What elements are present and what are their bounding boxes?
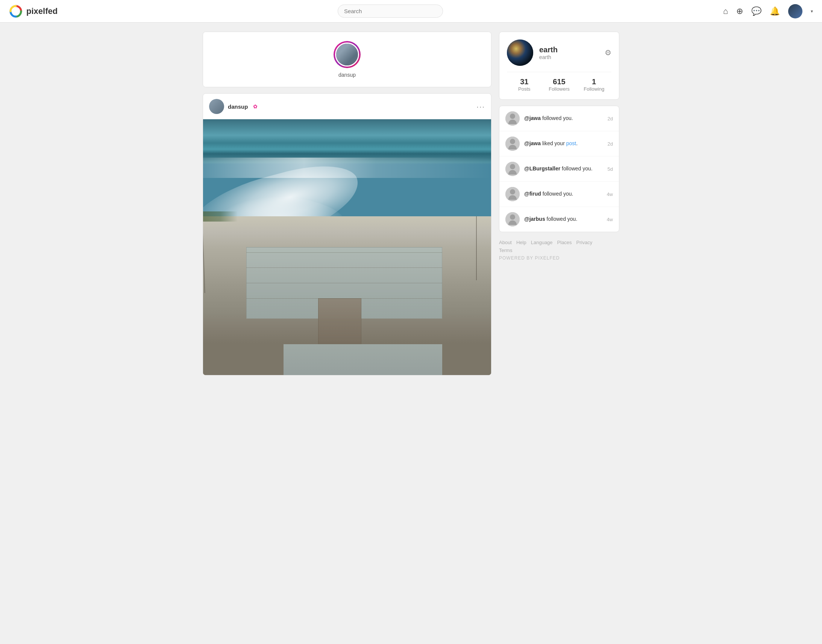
- notif-text-4: @jarbus followed you.: [524, 216, 602, 223]
- pool-line-2: [246, 267, 442, 268]
- post-menu-icon[interactable]: ···: [476, 102, 485, 111]
- create-icon[interactable]: ⊕: [736, 6, 743, 16]
- notif-suffix-1: .: [576, 140, 577, 146]
- right-column: earth earth ⚙ 31 Posts 615 Followers 1 F…: [499, 32, 619, 376]
- footer-link-language[interactable]: Language: [531, 240, 553, 245]
- post-username: dansup: [228, 103, 248, 110]
- posts-count: 31: [507, 78, 542, 86]
- notif-text-1: @jawa liked your post.: [524, 140, 603, 147]
- footer-link-help[interactable]: Help: [516, 240, 527, 245]
- notif-item-0: @jawa followed you. 2d: [499, 106, 619, 131]
- notif-text-3: @firud followed you.: [524, 190, 602, 198]
- avatar-head-3: [510, 189, 515, 195]
- notif-avatar-img-1: [505, 136, 520, 151]
- notif-avatar-2[interactable]: [505, 162, 520, 176]
- footer-powered: POWERED BY PIXELFED: [499, 255, 619, 261]
- story-card: dansup: [203, 32, 491, 87]
- profile-card: earth earth ⚙ 31 Posts 615 Followers 1 F…: [499, 32, 619, 100]
- pixelfed-logo-icon: [9, 5, 23, 18]
- notif-time-1: 2d: [608, 141, 613, 147]
- notif-item-1: @jawa liked your post. 2d: [499, 131, 619, 156]
- main-layout: dansup dansup ✿ ···: [197, 32, 625, 376]
- avatar-head-0: [510, 113, 515, 119]
- story-avatar-wrap[interactable]: [334, 41, 361, 68]
- footer-link-about[interactable]: About: [499, 240, 512, 245]
- app-name: pixelfed: [26, 6, 58, 16]
- notif-text-0: @jawa followed you.: [524, 115, 603, 122]
- ocean-scene: [203, 119, 491, 375]
- avatar-head-2: [510, 164, 515, 169]
- post-image: [203, 119, 491, 375]
- settings-icon[interactable]: ⚙: [605, 48, 611, 57]
- notif-user-4: @jarbus: [524, 216, 545, 222]
- notif-avatar-img-3: [505, 187, 520, 201]
- profile-avatar[interactable]: [507, 40, 533, 66]
- notif-user-2: @LBurgstaller: [524, 166, 560, 172]
- search-input[interactable]: [338, 5, 443, 18]
- footer-links: About Help Language Places Privacy Terms…: [499, 238, 619, 262]
- notif-user-3: @firud: [524, 191, 541, 197]
- profile-top: earth earth ⚙: [507, 40, 611, 66]
- story-username: dansup: [338, 72, 356, 78]
- notif-action-0: followed you.: [541, 115, 573, 121]
- notif-time-4: 4w: [606, 217, 613, 222]
- followers-count: 615: [542, 78, 577, 86]
- notif-action-1: liked your: [541, 140, 566, 146]
- left-column: dansup dansup ✿ ···: [203, 32, 491, 376]
- profile-name: earth: [539, 46, 599, 54]
- notif-avatar-4[interactable]: [505, 212, 520, 227]
- user-avatar-nav[interactable]: [788, 4, 802, 18]
- notif-avatar-img-2: [505, 162, 520, 176]
- notifications-card: @jawa followed you. 2d @jawa liked your …: [499, 106, 619, 232]
- post-avatar[interactable]: [209, 99, 224, 114]
- profile-avatar-img: [507, 40, 533, 66]
- notif-item-2: @LBurgstaller followed you. 5d: [499, 156, 619, 182]
- notif-link-1[interactable]: post: [566, 140, 576, 146]
- footer-link-places[interactable]: Places: [557, 240, 572, 245]
- avatar-body-4: [508, 221, 517, 225]
- pool-line-3: [246, 283, 442, 283]
- notif-avatar-1[interactable]: [505, 136, 520, 151]
- post-header-left: dansup ✿: [209, 99, 257, 114]
- notif-avatar-0[interactable]: [505, 111, 520, 126]
- notif-avatar-img-4: [505, 212, 520, 227]
- notif-time-2: 5d: [608, 166, 613, 172]
- messages-icon[interactable]: 💬: [751, 6, 761, 16]
- profile-handle: earth: [539, 54, 599, 60]
- footer-link-terms[interactable]: Terms: [499, 247, 512, 253]
- notif-avatar-img-0: [505, 111, 520, 126]
- notif-user-1: @jawa: [524, 140, 541, 146]
- notif-action-4: followed you.: [545, 216, 577, 222]
- followers-label: Followers: [542, 86, 577, 92]
- avatar-body-2: [508, 170, 517, 175]
- notif-item-3: @firud followed you. 4w: [499, 182, 619, 207]
- steps: [318, 298, 361, 344]
- footer-link-row: About Help Language Places Privacy: [499, 240, 619, 245]
- following-label: Following: [576, 86, 611, 92]
- notifications-icon[interactable]: 🔔: [770, 6, 780, 16]
- notif-time-3: 4w: [606, 192, 613, 197]
- footer-link-privacy[interactable]: Privacy: [576, 240, 592, 245]
- railing-right: [476, 216, 477, 280]
- moss-strip: [203, 212, 238, 222]
- navbar-right: ⌂ ⊕ 💬 🔔 ▾: [723, 4, 813, 18]
- home-icon[interactable]: ⌂: [723, 6, 728, 16]
- avatar-body-0: [508, 120, 517, 124]
- dropdown-arrow-icon[interactable]: ▾: [811, 9, 813, 14]
- following-count: 1: [576, 78, 611, 86]
- verified-badge-icon: ✿: [253, 103, 257, 109]
- avatar-body-1: [508, 145, 517, 149]
- user-avatar-img: [788, 4, 802, 18]
- notif-avatar-3[interactable]: [505, 187, 520, 201]
- wave-foam: [203, 158, 491, 178]
- notif-text-2: @LBurgstaller followed you.: [524, 165, 603, 173]
- navbar-left: pixelfed: [9, 5, 58, 18]
- notif-item-4: @jarbus followed you. 4w: [499, 207, 619, 232]
- notif-user-0: @jawa: [524, 115, 541, 121]
- story-avatar-img: [336, 44, 358, 66]
- notif-action-3: followed you.: [541, 191, 574, 197]
- followers-stat: 615 Followers: [542, 78, 577, 92]
- posts-stat: 31 Posts: [507, 78, 542, 92]
- avatar-body-3: [508, 195, 517, 200]
- avatar-head-1: [510, 139, 515, 144]
